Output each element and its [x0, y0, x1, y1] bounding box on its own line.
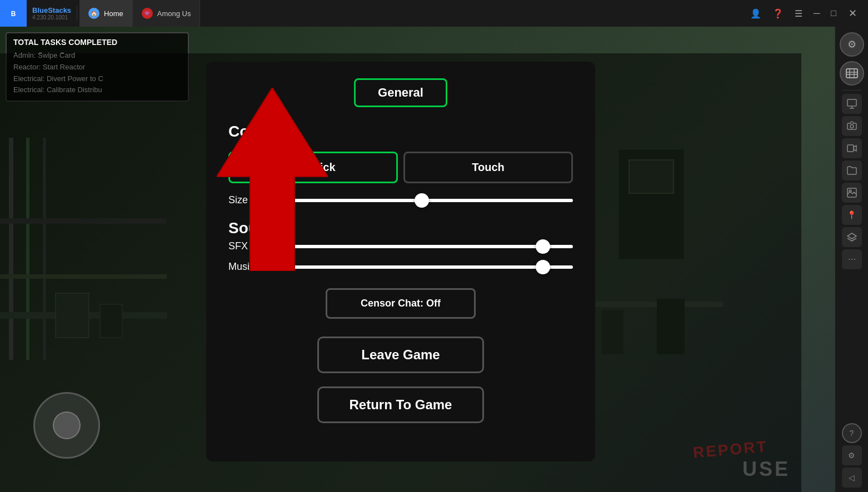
bluestacks-brand: BlueStacks 4.230.20.1001 — [27, 6, 77, 21]
red-arrow-indicator — [217, 88, 328, 273]
modal-overlay: General Controls Joystick Touch Size Sou… — [0, 53, 801, 492]
sidebar-help-button[interactable]: ? — [842, 423, 862, 443]
sidebar-expand-button[interactable]: ◁ — [842, 468, 862, 488]
screen-share-button[interactable] — [842, 94, 862, 114]
svg-point-19 — [850, 125, 854, 128]
bluestacks-logo: B — [0, 0, 27, 27]
home-tab[interactable]: 🏠 Home — [79, 0, 133, 27]
svg-rect-17 — [847, 99, 856, 106]
map-button[interactable] — [840, 61, 864, 86]
titlebar: B BlueStacks 4.230.20.1001 🏠 Home 👾 Amon… — [0, 0, 868, 27]
censor-chat-button[interactable]: Censor Chat: Off — [326, 288, 476, 319]
layers-button[interactable] — [842, 227, 862, 247]
location-button[interactable]: 📍 — [842, 205, 862, 225]
more-button[interactable]: ⋯ — [842, 249, 862, 269]
home-tab-icon: 🏠 — [88, 8, 99, 19]
svg-rect-16 — [846, 69, 857, 78]
game-tab[interactable]: 👾 Among Us — [133, 0, 201, 27]
task-panel-title: TOTAL TASKS COMPLETED — [13, 38, 181, 47]
return-to-game-button[interactable]: Return To Game — [317, 386, 484, 423]
size-slider-thumb[interactable] — [415, 193, 429, 208]
game-tab-icon: 👾 — [142, 8, 153, 19]
image-button[interactable] — [842, 183, 862, 203]
titlebar-controls: 👤 ❓ ☰ ─ □ ✕ — [740, 5, 868, 22]
close-button[interactable]: ✕ — [844, 5, 861, 22]
video-button[interactable] — [842, 138, 862, 158]
gear-button[interactable]: ⚙ — [840, 32, 864, 57]
maximize-button[interactable]: □ — [827, 6, 840, 21]
game-area: REPORT USE TOTAL TASKS COMPLETED Admin: … — [0, 27, 835, 492]
modal-tab-row: General — [354, 78, 447, 107]
folder-button[interactable] — [842, 160, 862, 180]
right-sidebar: ⚙ 📍 ⋯ ? ⚙ ◁ — [835, 27, 868, 492]
svg-rect-20 — [847, 145, 854, 152]
touch-button[interactable]: Touch — [403, 152, 573, 183]
leave-game-button[interactable]: Leave Game — [317, 337, 484, 373]
menu-button[interactable]: ☰ — [791, 6, 806, 21]
svg-rect-18 — [847, 123, 856, 129]
svg-text:B: B — [11, 10, 16, 18]
sidebar-divider-1 — [842, 90, 862, 91]
help-button[interactable]: ❓ — [769, 6, 787, 21]
minimize-button[interactable]: ─ — [810, 6, 823, 21]
profile-button[interactable]: 👤 — [747, 6, 765, 21]
sfx-slider-thumb[interactable] — [536, 239, 550, 254]
svg-marker-15 — [217, 88, 328, 271]
sidebar-settings-button[interactable]: ⚙ — [842, 445, 862, 465]
tab-general[interactable]: General — [354, 78, 447, 107]
camera-button[interactable] — [842, 116, 862, 136]
music-slider-thumb[interactable] — [536, 260, 550, 274]
